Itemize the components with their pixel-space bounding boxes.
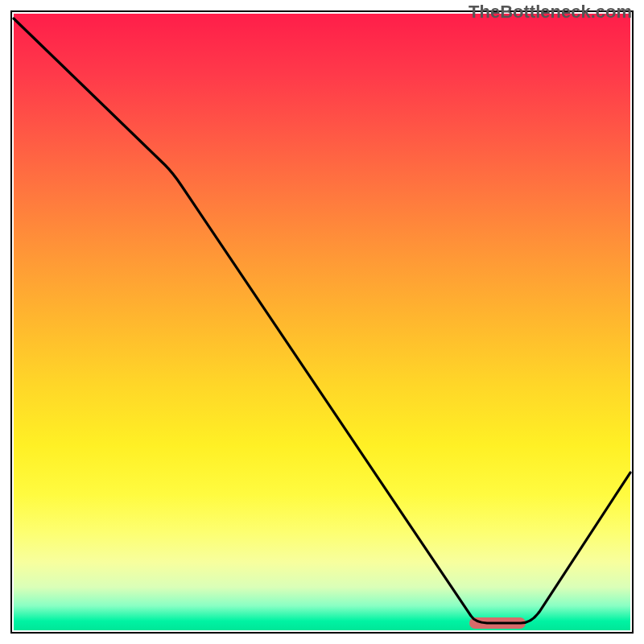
watermark-text: TheBottleneck.com <box>469 2 632 23</box>
bottleneck-curve <box>14 19 630 623</box>
chart-frame <box>10 10 634 634</box>
plot-area <box>12 12 632 632</box>
chart-svg <box>12 12 632 632</box>
